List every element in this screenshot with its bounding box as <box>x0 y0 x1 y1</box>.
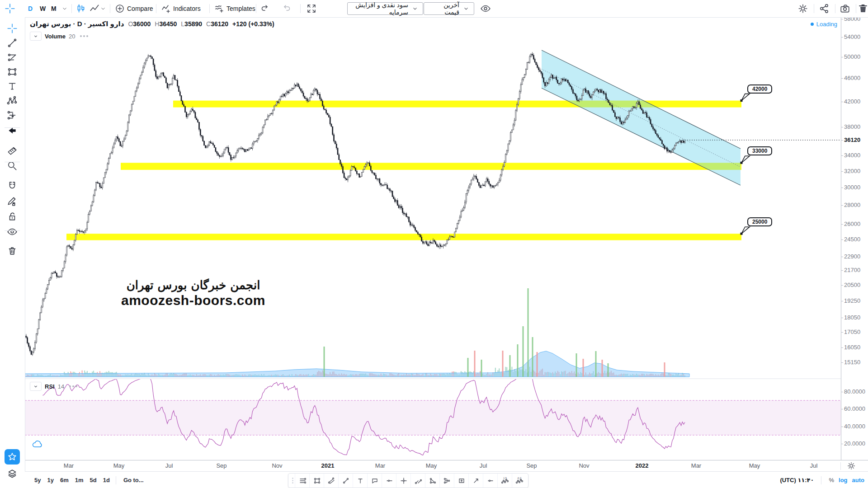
hide-all-tool[interactable] <box>4 225 20 239</box>
svg-text:A C: A C <box>517 477 521 479</box>
range-6m-button[interactable]: 6m <box>57 475 72 485</box>
settings-gear-icon[interactable] <box>797 0 808 17</box>
forecast-bars-icon[interactable] <box>439 474 454 488</box>
arrow-marker-tool[interactable] <box>4 124 20 137</box>
clock-time[interactable]: ۱۱:۴۰ (UTC) <box>780 477 814 483</box>
anchored-note-icon[interactable] <box>454 474 468 488</box>
visibility-eye-icon[interactable] <box>480 0 491 17</box>
time-tick-label: May <box>113 462 125 469</box>
volume-collapse-chevron-icon[interactable] <box>30 32 42 41</box>
redo-icon[interactable] <box>281 0 291 17</box>
toolbar-separator <box>814 4 814 13</box>
toolbar-drag-handle[interactable] <box>290 478 295 483</box>
templates-button[interactable]: Templates <box>214 0 255 17</box>
snapshot-camera-icon[interactable] <box>840 0 850 17</box>
symbol-legend[interactable]: دارو اکسیر · D · بورس تهران O36000 H3645… <box>30 20 274 28</box>
fib-retracement-icon[interactable] <box>295 474 309 488</box>
compare-button[interactable]: Compare <box>115 0 153 17</box>
horizontal-line-icon[interactable] <box>483 474 497 488</box>
arrow-up-right-icon[interactable] <box>468 474 483 488</box>
forecast-tool[interactable] <box>4 108 20 122</box>
favorites-star-button[interactable] <box>5 449 20 465</box>
parallel-channel-icon[interactable] <box>324 474 338 488</box>
undo-icon[interactable] <box>260 0 270 17</box>
crosshair-cursor-icon[interactable] <box>5 0 15 17</box>
rsi-legend[interactable]: RSI 14 <box>30 382 77 391</box>
trash-icon[interactable] <box>858 0 868 17</box>
rsi-collapse-chevron-icon[interactable] <box>30 382 42 391</box>
range-5d-button[interactable]: 5d <box>87 475 100 485</box>
trend-line-icon[interactable] <box>338 474 353 488</box>
magnet-tool[interactable] <box>4 179 20 192</box>
time-tick-label: 2022 <box>636 462 649 469</box>
indicators-button[interactable]: Indicators <box>161 0 201 17</box>
price-axis[interactable]: 5800054000500004600042000380003400032000… <box>841 17 868 460</box>
last-price-dropdown[interactable]: آخرین قیمت <box>424 2 474 15</box>
range-1m-button[interactable]: 1m <box>72 475 87 485</box>
goto-date-button[interactable]: Go to... <box>119 475 148 485</box>
price-callout-33000[interactable]: 33000 <box>747 146 772 155</box>
log-scale-button[interactable]: log <box>839 477 848 483</box>
adjustments-dropdown[interactable]: سود نقدی و افزایش سرمایه <box>347 2 423 15</box>
text-draw-icon[interactable] <box>353 474 367 488</box>
volume-more-icon[interactable] <box>80 35 88 37</box>
remove-all-tool[interactable] <box>4 244 20 258</box>
volume-legend[interactable]: Volume 20 <box>30 32 88 41</box>
text-tool[interactable] <box>4 80 20 93</box>
time-tick-label: 2021 <box>321 462 335 469</box>
ruler-tool[interactable] <box>4 144 20 157</box>
price-tick-label: 26000 <box>844 221 860 227</box>
pitchfork-tool[interactable] <box>4 51 20 64</box>
range-5y-button[interactable]: 5y <box>31 475 44 485</box>
publish-cloud-icon[interactable] <box>32 439 44 449</box>
triangle-pattern-icon[interactable] <box>425 474 439 488</box>
style-menu-chevron-icon[interactable] <box>100 0 106 17</box>
rsi-more-icon[interactable] <box>69 385 77 387</box>
timeframe-w-button[interactable]: W <box>40 0 46 17</box>
cross-line-icon[interactable] <box>396 474 410 488</box>
price-callout-25000[interactable]: 25000 <box>747 217 772 226</box>
price-tick-label: 46000 <box>844 75 860 81</box>
elliott-wave-icon[interactable]: 1 5 <box>497 474 512 488</box>
double-trend-icon[interactable] <box>410 474 425 488</box>
drawing-lock-tool[interactable] <box>4 194 20 208</box>
line-style-icon[interactable] <box>89 0 100 17</box>
fullscreen-icon[interactable] <box>307 0 316 17</box>
abcd-pattern-icon[interactable]: A C <box>512 474 526 488</box>
zoom-in-tool[interactable] <box>4 159 20 173</box>
range-1d-button[interactable]: 1d <box>100 475 113 485</box>
trend-line-tool[interactable] <box>4 36 20 50</box>
share-icon[interactable] <box>819 0 830 17</box>
callout-icon[interactable] <box>367 474 382 488</box>
rectangle-tool[interactable] <box>4 65 20 79</box>
support-band-25000 <box>66 234 741 240</box>
chart-plot[interactable] <box>0 0 868 488</box>
rectangle-draw-icon[interactable] <box>309 474 324 488</box>
auto-scale-button[interactable]: auto <box>852 477 864 483</box>
timeframe-menu-chevron-icon[interactable] <box>61 0 68 17</box>
time-tick-label: May <box>749 462 760 469</box>
time-tick-label: Jul <box>810 462 818 469</box>
range-1y-button[interactable]: 1y <box>44 475 57 485</box>
last-price-label: 36120 <box>844 136 860 143</box>
support-band-42000 <box>173 101 741 108</box>
indicators-label: Indicators <box>173 5 201 12</box>
crosshair-tool[interactable] <box>4 22 20 35</box>
price-tick-label: 22900 <box>844 253 860 260</box>
volume-label: Volume <box>45 33 66 40</box>
candlestick-style-icon[interactable] <box>75 0 86 17</box>
lock-all-tool[interactable] <box>4 210 20 223</box>
time-axis[interactable]: MarMayJulSepNov2021MarMayJulSepNov2022Ma… <box>25 460 868 472</box>
toolbar-separator <box>110 4 110 13</box>
dropdown-chevron-icon <box>412 5 418 12</box>
symbol-title[interactable]: دارو اکسیر · D · بورس تهران <box>30 20 124 28</box>
timeframe-m-button[interactable]: M <box>51 0 57 17</box>
object-tree-icon[interactable] <box>4 467 20 481</box>
xabcd-pattern-tool[interactable] <box>4 94 20 108</box>
percent-scale-button[interactable]: % <box>829 477 834 483</box>
timeframe-d-button[interactable]: D <box>28 0 33 17</box>
price-callout-42000[interactable]: 42000 <box>747 84 772 94</box>
templates-label: Templates <box>226 5 255 12</box>
horizontal-ray-icon[interactable] <box>382 474 396 488</box>
timezone-sun-icon[interactable] <box>847 461 856 470</box>
